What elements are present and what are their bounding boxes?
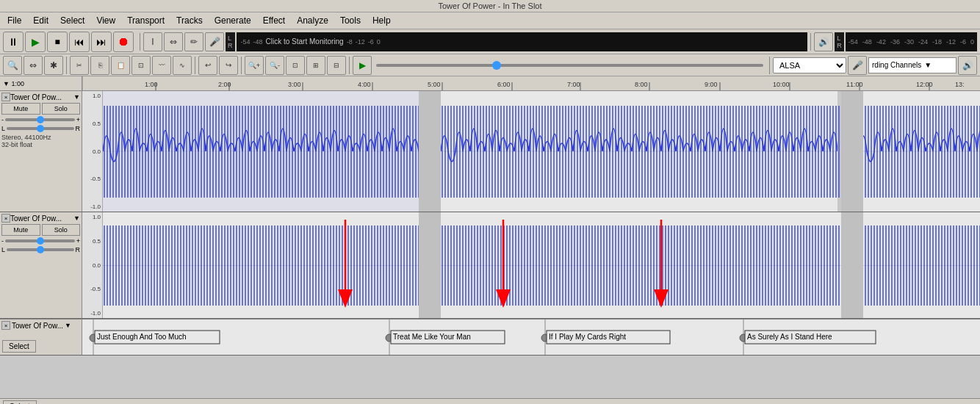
paste-btn[interactable]: 📋: [111, 56, 130, 75]
menu-effect[interactable]: Effect: [259, 14, 289, 27]
svg-rect-42: [441, 212, 841, 318]
track-1-info: Stereo, 44100Hz 32-bit float: [1, 134, 80, 148]
pan-l-2: L: [1, 246, 5, 253]
zoom-out-2[interactable]: 🔍-: [265, 56, 284, 75]
recording-channels[interactable]: rding Channels ▼: [868, 57, 956, 73]
gain-plus-2: +: [76, 237, 80, 245]
pan-thumb-1[interactable]: [37, 125, 44, 132]
lr-indicator: LR: [226, 32, 235, 51]
multi-btn[interactable]: ✱: [44, 56, 63, 75]
record-button[interactable]: ⏺: [113, 32, 134, 52]
trim-btn[interactable]: ⊡: [131, 56, 151, 75]
pan-slider-1[interactable]: [7, 127, 73, 130]
mute-1[interactable]: Mute: [1, 103, 40, 115]
menu-analyze[interactable]: Analyze: [292, 14, 333, 27]
fit-btn[interactable]: ⇔: [24, 56, 43, 75]
draw-tool[interactable]: ✏: [184, 32, 203, 51]
track-2-waveform[interactable]: 1.0 0.5 0.0 -0.5 -1.0: [82, 212, 980, 318]
gain-slider-1[interactable]: [5, 118, 75, 121]
title-bar: Tower Of Power - In The Slot: [0, 0, 980, 12]
gain-slider-2[interactable]: [5, 239, 75, 242]
track-1-waveform[interactable]: 1.0 0.5 0.0 -0.5 -1.0: [82, 91, 980, 212]
track-1-close[interactable]: ×: [1, 93, 10, 101]
status-bar: Select: [0, 398, 980, 404]
fit-view[interactable]: ⊡: [286, 56, 305, 75]
skip-back-button[interactable]: ⏮: [69, 32, 90, 52]
vu-r-48: -48: [862, 38, 872, 46]
zoom-in-2[interactable]: 🔍+: [245, 56, 264, 75]
speaker-dropdown[interactable]: 🔊: [958, 56, 977, 75]
mic-button[interactable]: 🎤: [848, 56, 867, 75]
pan-slider-2[interactable]: [7, 248, 73, 251]
svg-rect-33: [419, 91, 441, 212]
menu-generate[interactable]: Generate: [210, 14, 256, 27]
menu-tools[interactable]: Tools: [336, 14, 365, 27]
mute-2[interactable]: Mute: [1, 224, 40, 236]
zoom-tool[interactable]: ⇔: [164, 32, 183, 51]
solo-1[interactable]: Solo: [42, 103, 81, 115]
menu-bar: File Edit Select View Transport Tracks G…: [0, 12, 980, 29]
copy-btn[interactable]: ⎘: [90, 56, 109, 75]
vu-r-42: -42: [876, 38, 886, 46]
labels-select-btn[interactable]: Select: [2, 340, 36, 353]
labels-dropdown[interactable]: ▼: [65, 322, 71, 329]
labels-waveform: Just Enough And Too Much Treat Me Like Y…: [82, 320, 980, 355]
menu-transport[interactable]: Transport: [123, 14, 169, 27]
svg-text:10:00: 10:00: [773, 81, 790, 88]
redo-btn[interactable]: ↪: [219, 56, 238, 75]
menu-view[interactable]: View: [92, 14, 120, 27]
labels-track-name: Tower Of Pow...: [12, 322, 63, 330]
gain-minus-2: -: [1, 237, 4, 245]
menu-file[interactable]: File: [3, 14, 26, 27]
gain-thumb-1[interactable]: [37, 116, 44, 123]
play-small[interactable]: ▶: [353, 56, 372, 75]
timeline-thumb[interactable]: [492, 61, 501, 70]
gain-thumb-2[interactable]: [37, 237, 44, 245]
track-2: × Tower Of Pow... ▼ Mute Solo - + L: [0, 212, 980, 319]
gain-plus-1: +: [76, 116, 80, 123]
status-select-btn[interactable]: Select: [3, 400, 37, 404]
svg-rect-32: [103, 91, 419, 212]
mic-tool[interactable]: 🎤: [205, 32, 224, 51]
labels-close[interactable]: ×: [1, 321, 10, 330]
labels-svg: Just Enough And Too Much Treat Me Like Y…: [82, 320, 980, 355]
stop-button[interactable]: ■: [47, 32, 68, 52]
menu-tracks[interactable]: Tracks: [172, 14, 207, 27]
cursor-tool[interactable]: I: [143, 32, 162, 51]
skip-forward-button[interactable]: ⏭: [91, 32, 112, 52]
vu-r-36: -36: [890, 38, 900, 46]
cut-btn[interactable]: ✂: [70, 56, 89, 75]
pan-r-1: R: [76, 125, 81, 132]
gain-row-1: - +: [1, 116, 80, 123]
track-2-dropdown[interactable]: ▼: [73, 214, 80, 222]
vu-r-24: -24: [918, 38, 928, 46]
zoom-sel[interactable]: ⊞: [306, 56, 325, 75]
ruler-marks: 1:00 2:00 3:00 4:00 5:00 6:00 7:00 8:00 …: [82, 76, 980, 90]
track-1-dropdown[interactable]: ▼: [73, 93, 80, 101]
zoom-in-btn[interactable]: 🔍: [3, 56, 22, 75]
svg-text:7:00: 7:00: [567, 81, 580, 88]
waveform-dense-1: [103, 91, 980, 212]
speaker-icon[interactable]: 🔊: [814, 32, 833, 51]
track-1-name: Tower Of Pow...: [10, 93, 73, 101]
vu-r-30: -30: [904, 38, 914, 46]
timeline-slider[interactable]: [376, 64, 763, 67]
pause-button[interactable]: ⏸: [3, 32, 24, 52]
device-select[interactable]: ALSA PulseAudio: [773, 57, 846, 73]
svg-text:3:00: 3:00: [288, 81, 301, 88]
play-button[interactable]: ▶: [25, 32, 46, 52]
undo-btn[interactable]: ↩: [198, 56, 217, 75]
track-2-close[interactable]: ×: [1, 214, 10, 223]
zoom-w[interactable]: ⊟: [327, 56, 346, 75]
labels-controls: × Tower Of Pow... ▼ Select: [0, 320, 82, 355]
silence-btn[interactable]: 〰: [152, 56, 171, 75]
solo-2[interactable]: Solo: [42, 224, 81, 236]
menu-edit[interactable]: Edit: [29, 14, 53, 27]
wave-btn[interactable]: ∿: [173, 56, 192, 75]
menu-help[interactable]: Help: [368, 14, 395, 27]
click-to-monitor[interactable]: Click to Start Monitoring: [266, 37, 344, 46]
vu-r-0: 0: [970, 38, 974, 46]
menu-select[interactable]: Select: [56, 14, 89, 27]
svg-rect-35: [841, 91, 863, 212]
pan-thumb-2[interactable]: [37, 246, 44, 253]
